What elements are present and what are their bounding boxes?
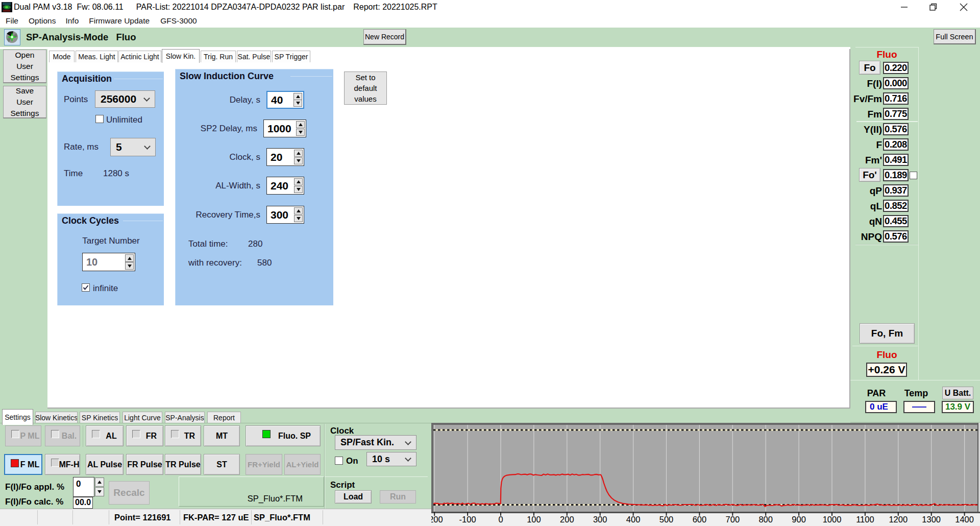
svg-text:600: 600 (693, 515, 707, 524)
svg-text:100: 100 (527, 515, 541, 524)
svg-text:-200: -200 (431, 515, 443, 524)
svg-text:300: 300 (593, 515, 607, 524)
svg-text:1100: 1100 (856, 515, 874, 524)
svg-text:0: 0 (498, 515, 503, 524)
svg-text:1400: 1400 (955, 515, 974, 524)
svg-text:400: 400 (626, 515, 641, 524)
svg-text:1000: 1000 (823, 515, 842, 524)
svg-text:700: 700 (726, 515, 740, 524)
svg-text:1200: 1200 (889, 515, 908, 524)
svg-text:900: 900 (792, 515, 806, 524)
svg-text:1300: 1300 (922, 515, 941, 524)
svg-text:200: 200 (560, 515, 574, 524)
svg-text:800: 800 (758, 515, 773, 524)
svg-text:-100: -100 (459, 515, 476, 524)
svg-text:500: 500 (659, 515, 674, 524)
